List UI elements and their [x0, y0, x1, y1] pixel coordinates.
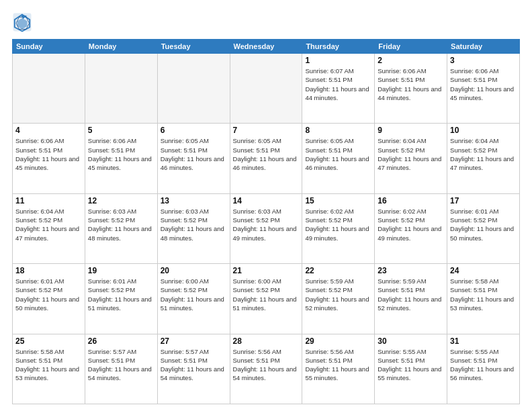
day-info: Sunrise: 6:01 AMSunset: 5:52 PMDaylight:…: [450, 207, 517, 242]
day-number: 20: [161, 266, 227, 275]
table-row: 22Sunrise: 5:59 AMSunset: 5:52 PMDayligh…: [302, 264, 375, 334]
calendar-week-row: 18Sunrise: 6:01 AMSunset: 5:52 PMDayligh…: [13, 264, 520, 334]
day-info: Sunrise: 5:58 AMSunset: 5:51 PMDaylight:…: [450, 277, 517, 312]
day-number: 22: [305, 266, 371, 275]
col-tuesday: Tuesday: [157, 40, 230, 54]
day-info: Sunrise: 6:06 AMSunset: 5:51 PMDaylight:…: [450, 66, 517, 102]
day-info: Sunrise: 6:05 AMSunset: 5:51 PMDaylight:…: [305, 136, 371, 172]
col-saturday: Saturday: [447, 40, 520, 54]
day-number: 7: [233, 126, 300, 135]
table-row: 30Sunrise: 5:55 AMSunset: 5:51 PMDayligh…: [375, 334, 447, 404]
table-row: 20Sunrise: 6:00 AMSunset: 5:52 PMDayligh…: [157, 264, 230, 334]
table-row: 10Sunrise: 6:04 AMSunset: 5:52 PMDayligh…: [447, 124, 520, 193]
calendar-week-row: 11Sunrise: 6:04 AMSunset: 5:52 PMDayligh…: [13, 193, 520, 263]
day-info: Sunrise: 5:55 AMSunset: 5:51 PMDaylight:…: [450, 347, 517, 383]
day-info: Sunrise: 6:05 AMSunset: 5:51 PMDaylight:…: [233, 136, 300, 172]
day-info: Sunrise: 6:07 AMSunset: 5:51 PMDaylight:…: [305, 66, 371, 102]
day-number: 13: [161, 196, 227, 205]
day-info: Sunrise: 6:04 AMSunset: 5:52 PMDaylight:…: [15, 207, 82, 242]
table-row: 11Sunrise: 6:04 AMSunset: 5:52 PMDayligh…: [13, 193, 85, 263]
day-number: 16: [378, 196, 444, 205]
day-info: Sunrise: 6:06 AMSunset: 5:51 PMDaylight:…: [15, 136, 82, 172]
table-row: 26Sunrise: 5:57 AMSunset: 5:51 PMDayligh…: [85, 334, 157, 404]
day-info: Sunrise: 5:55 AMSunset: 5:51 PMDaylight:…: [378, 347, 444, 383]
logo-icon: [12, 12, 32, 32]
page: Sunday Monday Tuesday Wednesday Thursday…: [0, 0, 532, 411]
col-sunday: Sunday: [13, 40, 85, 54]
calendar-week-row: 1Sunrise: 6:07 AMSunset: 5:51 PMDaylight…: [13, 54, 520, 124]
table-row: 8Sunrise: 6:05 AMSunset: 5:51 PMDaylight…: [302, 124, 375, 193]
table-row: 4Sunrise: 6:06 AMSunset: 5:51 PMDaylight…: [13, 124, 85, 193]
day-number: 19: [88, 266, 154, 275]
table-row: 17Sunrise: 6:01 AMSunset: 5:52 PMDayligh…: [447, 193, 520, 263]
day-info: Sunrise: 6:03 AMSunset: 5:52 PMDaylight:…: [233, 207, 300, 242]
table-row: 13Sunrise: 6:03 AMSunset: 5:52 PMDayligh…: [157, 193, 230, 263]
day-number: 15: [305, 196, 371, 205]
table-row: 18Sunrise: 6:01 AMSunset: 5:52 PMDayligh…: [13, 264, 85, 334]
table-row: 16Sunrise: 6:02 AMSunset: 5:52 PMDayligh…: [375, 193, 447, 263]
col-thursday: Thursday: [302, 40, 375, 54]
day-number: 1: [305, 56, 371, 65]
col-monday: Monday: [85, 40, 157, 54]
table-row: 1Sunrise: 6:07 AMSunset: 5:51 PMDaylight…: [302, 54, 375, 124]
table-row: 12Sunrise: 6:03 AMSunset: 5:52 PMDayligh…: [85, 193, 157, 263]
day-number: 24: [450, 266, 517, 275]
calendar-week-row: 25Sunrise: 5:58 AMSunset: 5:51 PMDayligh…: [13, 334, 520, 404]
day-number: 28: [233, 336, 300, 346]
day-number: 29: [305, 336, 371, 346]
table-row: 5Sunrise: 6:06 AMSunset: 5:51 PMDaylight…: [85, 124, 157, 193]
calendar-week-row: 4Sunrise: 6:06 AMSunset: 5:51 PMDaylight…: [13, 124, 520, 193]
table-row: 27Sunrise: 5:57 AMSunset: 5:51 PMDayligh…: [157, 334, 230, 404]
day-number: 2: [378, 56, 444, 65]
day-info: Sunrise: 6:01 AMSunset: 5:52 PMDaylight:…: [88, 277, 154, 312]
day-info: Sunrise: 5:56 AMSunset: 5:51 PMDaylight:…: [233, 347, 300, 383]
table-row: 9Sunrise: 6:04 AMSunset: 5:52 PMDaylight…: [375, 124, 447, 193]
day-info: Sunrise: 6:00 AMSunset: 5:52 PMDaylight:…: [161, 277, 227, 312]
table-row: 3Sunrise: 6:06 AMSunset: 5:51 PMDaylight…: [447, 54, 520, 124]
day-info: Sunrise: 6:04 AMSunset: 5:52 PMDaylight:…: [450, 136, 517, 172]
day-info: Sunrise: 6:03 AMSunset: 5:52 PMDaylight:…: [161, 207, 227, 242]
table-row: 25Sunrise: 5:58 AMSunset: 5:51 PMDayligh…: [13, 334, 85, 404]
col-wednesday: Wednesday: [230, 40, 302, 54]
table-row: [230, 54, 302, 124]
day-number: 12: [88, 196, 154, 205]
day-info: Sunrise: 6:03 AMSunset: 5:52 PMDaylight:…: [88, 207, 154, 242]
col-friday: Friday: [375, 40, 447, 54]
day-number: 6: [161, 126, 227, 135]
day-info: Sunrise: 5:58 AMSunset: 5:51 PMDaylight:…: [15, 347, 82, 383]
table-row: 24Sunrise: 5:58 AMSunset: 5:51 PMDayligh…: [447, 264, 520, 334]
table-row: 28Sunrise: 5:56 AMSunset: 5:51 PMDayligh…: [230, 334, 302, 404]
day-number: 18: [15, 266, 82, 275]
table-row: 2Sunrise: 6:06 AMSunset: 5:51 PMDaylight…: [375, 54, 447, 124]
day-number: 4: [15, 126, 82, 135]
day-number: 9: [378, 126, 444, 135]
table-row: 29Sunrise: 5:56 AMSunset: 5:51 PMDayligh…: [302, 334, 375, 404]
calendar-table: Sunday Monday Tuesday Wednesday Thursday…: [12, 39, 520, 404]
day-info: Sunrise: 6:00 AMSunset: 5:52 PMDaylight:…: [233, 277, 300, 312]
day-number: 14: [233, 196, 300, 205]
calendar-header-row: Sunday Monday Tuesday Wednesday Thursday…: [13, 40, 520, 54]
day-info: Sunrise: 5:57 AMSunset: 5:51 PMDaylight:…: [88, 347, 154, 383]
table-row: 23Sunrise: 5:59 AMSunset: 5:51 PMDayligh…: [375, 264, 447, 334]
table-row: [13, 54, 85, 124]
day-number: 10: [450, 126, 517, 135]
day-number: 11: [15, 196, 82, 205]
day-info: Sunrise: 6:05 AMSunset: 5:51 PMDaylight:…: [161, 136, 227, 172]
table-row: 19Sunrise: 6:01 AMSunset: 5:52 PMDayligh…: [85, 264, 157, 334]
day-info: Sunrise: 6:06 AMSunset: 5:51 PMDaylight:…: [88, 136, 154, 172]
day-number: 21: [233, 266, 300, 275]
day-info: Sunrise: 5:56 AMSunset: 5:51 PMDaylight:…: [305, 347, 371, 383]
day-number: 30: [378, 336, 444, 346]
table-row: 6Sunrise: 6:05 AMSunset: 5:51 PMDaylight…: [157, 124, 230, 193]
day-info: Sunrise: 6:02 AMSunset: 5:52 PMDaylight:…: [305, 207, 371, 242]
day-number: 17: [450, 196, 517, 205]
table-row: [157, 54, 230, 124]
day-number: 31: [450, 336, 517, 346]
day-number: 5: [88, 126, 154, 135]
day-info: Sunrise: 6:01 AMSunset: 5:52 PMDaylight:…: [15, 277, 82, 312]
header: [12, 12, 520, 32]
day-number: 27: [161, 336, 227, 346]
day-number: 25: [15, 336, 82, 346]
table-row: 14Sunrise: 6:03 AMSunset: 5:52 PMDayligh…: [230, 193, 302, 263]
day-info: Sunrise: 5:59 AMSunset: 5:52 PMDaylight:…: [305, 277, 371, 312]
